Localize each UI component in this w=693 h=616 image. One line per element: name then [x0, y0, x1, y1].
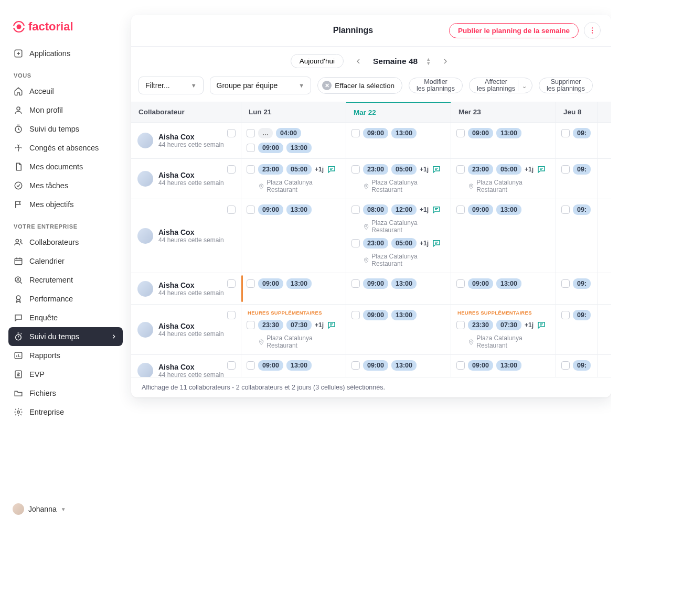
shift-checkbox[interactable] [561, 361, 570, 370]
shift-checkbox[interactable] [561, 165, 570, 174]
day-cell[interactable]: 09:0013:00 [241, 199, 346, 273]
sidebar-item-enquete[interactable]: Enquête [8, 308, 123, 327]
day-cell[interactable]: 09:0013:00 [346, 273, 451, 304]
column-header-day[interactable]: Lun 21 [241, 102, 346, 122]
comment-button[interactable] [327, 320, 336, 330]
shift-checkbox[interactable] [561, 311, 570, 319]
row-checkbox[interactable] [227, 129, 236, 137]
shift-entry[interactable]: 09:0013:00 [351, 278, 445, 289]
modify-plannings-button[interactable]: Modifier les plannings [409, 78, 463, 93]
sidebar-item-profil[interactable]: Mon profil [8, 101, 123, 120]
collaborator-cell[interactable]: Aisha Cox44 heures cette semain [131, 305, 241, 354]
shift-checkbox[interactable] [247, 206, 255, 214]
shift-checkbox[interactable] [456, 361, 465, 370]
day-cell[interactable]: HEURES SUPPLÉMENTAIRES23:3007:30+1jPlaza… [451, 305, 556, 354]
day-cell[interactable]: 09:0013:00 [451, 273, 556, 304]
sidebar-item-acceuil[interactable]: Acceuil [8, 82, 123, 101]
group-select[interactable]: Groupe par équipe ▼ [210, 77, 312, 94]
current-user-chip[interactable]: Johanna ▼ [8, 499, 123, 519]
shift-entry[interactable]: 09: [561, 164, 592, 175]
shift-entry[interactable]: 08:0012:00+1j [351, 204, 445, 215]
shift-checkbox[interactable] [351, 206, 360, 214]
clear-selection-button[interactable]: ✕ Effacer la sélection [317, 77, 402, 94]
shift-entry[interactable]: 09: [561, 204, 592, 215]
shift-checkbox[interactable] [247, 361, 255, 370]
shift-entry[interactable]: 23:3007:30+1j [456, 320, 550, 330]
shift-entry[interactable]: 23:3007:30+1j [247, 320, 340, 330]
shift-entry[interactable]: 09:0013:00 [456, 360, 550, 371]
shift-checkbox[interactable] [247, 279, 255, 288]
sidebar-item-evp[interactable]: EVP [8, 365, 123, 384]
day-cell[interactable]: 09: [556, 123, 598, 158]
shift-checkbox[interactable] [456, 206, 465, 214]
shift-entry[interactable]: 23:0005:00+1j [247, 164, 340, 175]
column-header-day[interactable]: Mar 22 [346, 102, 451, 122]
shift-checkbox[interactable] [247, 129, 255, 137]
prev-week-button[interactable] [352, 55, 365, 68]
shift-entry[interactable]: 09:0013:00 [247, 204, 340, 215]
shift-checkbox[interactable] [561, 129, 570, 137]
sidebar-item-rapports[interactable]: Rapports [8, 346, 123, 365]
collaborator-cell[interactable]: Aisha Cox44 heures cette semain [131, 273, 241, 304]
shift-checkbox[interactable] [247, 321, 255, 329]
collaborator-cell[interactable]: Aisha Cox44 heures cette semain [131, 355, 241, 377]
comment-button[interactable] [327, 165, 336, 174]
shift-checkbox[interactable] [247, 165, 255, 174]
sidebar-item-conges[interactable]: Congés et absences [8, 138, 123, 157]
day-cell[interactable]: 09: [556, 273, 598, 304]
comment-button[interactable] [537, 320, 546, 330]
day-cell[interactable]: 23:0005:00+1jPlaza Catalunya Restaurant [346, 159, 451, 199]
shift-entry[interactable]: 09:0013:00 [247, 278, 340, 289]
shift-checkbox[interactable] [351, 361, 360, 370]
day-cell[interactable]: 09: [556, 199, 598, 273]
sidebar-item-fichiers[interactable]: Fichiers [8, 384, 123, 403]
collaborator-cell[interactable]: Aisha Cox44 heures cette semain [131, 159, 241, 199]
shift-entry[interactable]: 09: [561, 278, 592, 289]
sidebar-item-suivi[interactable]: Suivi du temps [8, 120, 123, 138]
shift-checkbox[interactable] [351, 239, 360, 247]
shift-checkbox[interactable] [351, 311, 360, 319]
shift-entry[interactable]: 23:0005:00+1j [351, 164, 445, 175]
filter-select[interactable]: Filtrer... ▼ [138, 77, 204, 94]
comment-button[interactable] [537, 165, 546, 174]
day-cell[interactable]: 23:0005:00+1jPlaza Catalunya Restaurant [451, 159, 556, 199]
row-checkbox[interactable] [227, 311, 236, 319]
shift-entry[interactable]: 09:0013:00 [247, 143, 340, 153]
column-header-day[interactable]: Mer 23 [451, 102, 556, 122]
shift-entry[interactable]: 09:0013:00 [351, 360, 445, 371]
row-checkbox[interactable] [227, 361, 236, 370]
day-cell[interactable]: 23:0005:00+1jPlaza Catalunya Restaurant [241, 159, 346, 199]
shift-entry[interactable]: 09:0013:00 [351, 310, 445, 320]
next-week-button[interactable] [439, 55, 452, 68]
delete-plannings-button[interactable]: Supprimer les plannings [539, 78, 593, 93]
shift-checkbox[interactable] [561, 279, 570, 288]
day-cell[interactable]: 09: [556, 355, 598, 377]
shift-entry[interactable]: …04:00 [247, 128, 340, 138]
column-header-day[interactable]: Jeu 8 [556, 102, 598, 122]
shift-checkbox[interactable] [456, 165, 465, 174]
sidebar-item-recrutement[interactable]: Recrutement [8, 271, 123, 289]
sidebar-item-performance[interactable]: Performance [8, 289, 123, 308]
day-cell[interactable]: 09:0013:00 [346, 305, 451, 354]
day-cell[interactable]: 09: [556, 159, 598, 199]
shift-checkbox[interactable] [247, 144, 255, 152]
shift-checkbox[interactable] [351, 165, 360, 174]
shift-entry[interactable]: 09:0013:00 [456, 128, 550, 138]
day-cell[interactable]: 09:0013:00 [346, 355, 451, 377]
day-cell[interactable]: 09:0013:00 [451, 199, 556, 273]
shift-entry[interactable]: 09:0013:00 [456, 204, 550, 215]
day-cell[interactable]: 09:0013:00 [241, 355, 346, 377]
day-cell[interactable]: HEURES SUPPLÉMENTAIRES23:3007:30+1jPlaza… [241, 305, 346, 354]
week-stepper[interactable]: ▲ ▼ [426, 57, 431, 66]
sidebar-item-taches[interactable]: Mes tâches [8, 176, 123, 195]
shift-entry[interactable]: 23:0005:00+1j [351, 238, 445, 248]
sidebar-item-applications[interactable]: Applications [8, 44, 123, 63]
publish-button[interactable]: Publier le planning de la semaine [449, 23, 579, 38]
shift-checkbox[interactable] [456, 279, 465, 288]
shift-entry[interactable]: 09: [561, 360, 592, 371]
shift-checkbox[interactable] [561, 206, 570, 214]
sidebar-item-calendrier[interactable]: Calendrier [8, 252, 123, 271]
sidebar-item-collaborateurs[interactable]: Collaborateurs [8, 233, 123, 252]
assign-plannings-button[interactable]: Affecter les plannings ⌄ [469, 78, 532, 93]
comment-button[interactable] [432, 205, 441, 214]
